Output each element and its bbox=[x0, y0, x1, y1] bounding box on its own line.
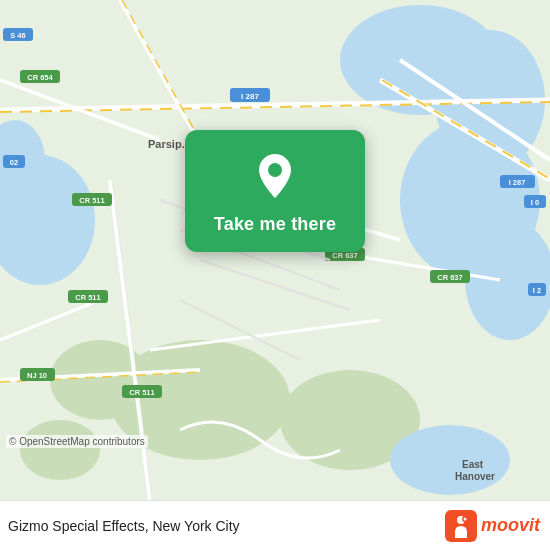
svg-text:CR 637: CR 637 bbox=[437, 273, 462, 282]
location-name: Gizmo Special Effects, New York City bbox=[8, 518, 240, 534]
svg-text:02: 02 bbox=[10, 158, 18, 167]
svg-text:I 287: I 287 bbox=[509, 178, 526, 187]
take-me-there-label: Take me there bbox=[214, 214, 336, 236]
svg-text:CR 511: CR 511 bbox=[129, 388, 154, 397]
svg-text:CR 637: CR 637 bbox=[332, 251, 357, 260]
svg-text:CR 654: CR 654 bbox=[27, 73, 53, 82]
svg-text:East: East bbox=[462, 459, 484, 470]
moovit-icon bbox=[445, 510, 477, 542]
moovit-logo: moovit bbox=[445, 510, 540, 542]
svg-point-65 bbox=[463, 517, 466, 520]
svg-text:NJ 10: NJ 10 bbox=[27, 371, 47, 380]
svg-point-61 bbox=[268, 163, 282, 177]
svg-text:I 0: I 0 bbox=[531, 198, 539, 207]
svg-point-11 bbox=[390, 425, 510, 495]
svg-text:CR 511: CR 511 bbox=[79, 196, 104, 205]
svg-text:S 46: S 46 bbox=[10, 31, 25, 40]
moovit-brand-text: moovit bbox=[481, 515, 540, 536]
svg-text:Hanover: Hanover bbox=[455, 471, 495, 482]
svg-text:I 287: I 287 bbox=[241, 92, 259, 101]
osm-attribution: © OpenStreetMap contributors bbox=[6, 435, 148, 448]
take-me-there-button[interactable]: Take me there bbox=[185, 130, 365, 252]
svg-text:I 2: I 2 bbox=[533, 286, 541, 295]
location-pin-icon bbox=[247, 148, 303, 204]
map-container: I 287 CR 654 CR 511 CR 511 bbox=[0, 0, 550, 500]
bottom-bar: Gizmo Special Effects, New York City moo… bbox=[0, 500, 550, 550]
svg-point-10 bbox=[20, 420, 100, 480]
svg-text:CR 511: CR 511 bbox=[75, 293, 100, 302]
